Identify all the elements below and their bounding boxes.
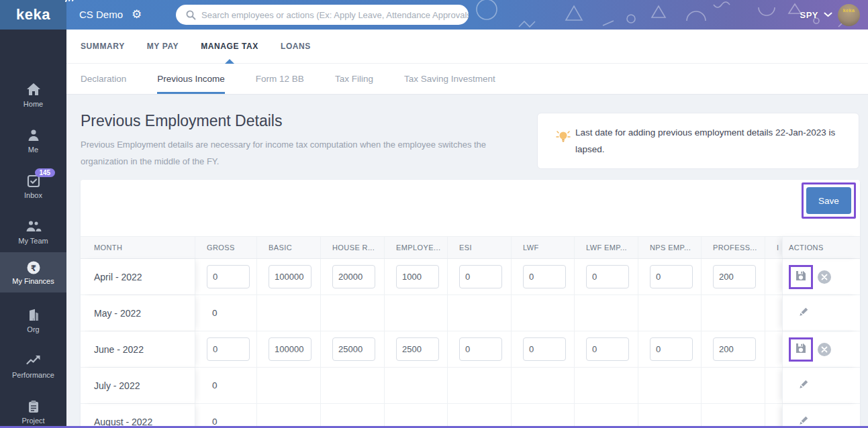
row-edit-button[interactable] <box>798 306 810 320</box>
value-input[interactable] <box>207 337 250 361</box>
value-input[interactable] <box>586 337 629 361</box>
sidebar-item-me[interactable]: Me <box>0 121 66 161</box>
sidebar-item-my-finances[interactable]: ₹My Finances <box>0 252 66 292</box>
sidebar-item-project[interactable]: Project <box>0 392 66 428</box>
value-input[interactable] <box>713 337 756 361</box>
sidebar-item-label: Org <box>27 325 39 333</box>
column-header-basic: BASIC <box>256 237 320 258</box>
page-title: Previous Employment Details <box>81 112 282 130</box>
row-edit-button[interactable] <box>798 378 810 392</box>
value-cell <box>256 295 320 331</box>
value-input[interactable] <box>650 265 693 288</box>
org-icon <box>27 309 40 322</box>
column-header-i: I <box>765 237 782 258</box>
sidebar-item-label: Me <box>28 146 38 154</box>
value-cell <box>638 404 701 428</box>
table-row: June - 2022 <box>81 331 860 368</box>
value-cell <box>256 331 320 367</box>
subtab-declaration[interactable]: Declaration <box>81 64 126 94</box>
truncated-cell <box>765 295 782 331</box>
value-input[interactable] <box>459 337 502 361</box>
tab-summary[interactable]: SUMMARY <box>81 30 125 63</box>
column-header-lwf-emp: LWF EMP... <box>574 237 638 258</box>
month-cell: April - 2022 <box>81 259 195 295</box>
value-cell <box>574 368 638 403</box>
value-cell <box>320 295 384 331</box>
sidebar-item-label: Project <box>21 417 44 425</box>
value-cell <box>320 259 384 295</box>
sidebar-item-performance[interactable]: Performance <box>0 346 66 386</box>
value-input[interactable] <box>650 337 693 361</box>
row-save-button[interactable] <box>789 265 813 289</box>
sidebar-item-inbox[interactable]: 145Inbox <box>0 166 66 207</box>
tab-loans[interactable]: LOANS <box>281 30 311 63</box>
value-input[interactable] <box>332 265 375 288</box>
value-input[interactable] <box>269 265 311 288</box>
subtab-form-12-bb[interactable]: Form 12 BB <box>256 64 304 94</box>
my-finances-icon: ₹ <box>26 260 41 274</box>
value-cell <box>701 404 765 428</box>
settings-gear-icon[interactable]: ⚙ <box>132 7 142 22</box>
tab-my-pay[interactable]: MY PAY <box>147 30 179 63</box>
value-input[interactable] <box>396 337 439 361</box>
inbox-icon: 145 <box>27 174 40 188</box>
username-label: SPY <box>800 10 818 20</box>
value-input[interactable] <box>396 265 439 288</box>
top-header: keka CS Demo ⚙ SPY keka <box>0 0 868 30</box>
value-cell <box>574 259 638 295</box>
value-text: 0 <box>207 417 218 427</box>
value-input[interactable] <box>713 265 756 288</box>
avatar[interactable]: keka <box>838 4 860 26</box>
sidebar-item-label: Inbox <box>24 191 42 199</box>
tab-manage-tax[interactable]: MANAGE TAX <box>201 30 258 63</box>
keka-logo-text: keka <box>16 6 50 23</box>
column-header-gross: GROSS <box>195 237 256 258</box>
value-cell <box>511 404 574 428</box>
subtab-tax-saving-investment[interactable]: Tax Saving Investment <box>404 64 495 94</box>
workspace-name[interactable]: CS Demo <box>79 9 123 20</box>
value-cell <box>447 331 511 367</box>
value-cell <box>256 404 320 428</box>
search-input[interactable] <box>201 10 469 20</box>
user-menu[interactable]: SPY keka <box>800 0 860 30</box>
subtab-tax-filing[interactable]: Tax Filing <box>335 64 373 94</box>
month-cell: June - 2022 <box>81 331 195 367</box>
sidebar-item-home[interactable]: Home <box>0 75 66 115</box>
column-header-profess: PROFESS... <box>701 237 765 258</box>
value-input[interactable] <box>207 265 250 288</box>
value-input[interactable] <box>459 265 502 288</box>
row-cancel-button[interactable] <box>818 343 831 356</box>
value-cell <box>638 368 701 403</box>
value-cell <box>701 259 765 295</box>
sidebar-item-label: Home <box>23 100 43 108</box>
truncated-cell <box>765 404 782 428</box>
value-input[interactable] <box>523 265 566 288</box>
truncated-cell <box>765 259 782 295</box>
sidebar-item-org[interactable]: Org <box>0 301 66 341</box>
sidebar-item-my-team[interactable]: My Team <box>0 212 66 252</box>
inbox-badge: 145 <box>35 168 56 177</box>
save-button-annotation: Save <box>802 182 856 219</box>
value-cell <box>574 295 638 331</box>
keka-logo[interactable]: keka <box>0 0 66 30</box>
value-input[interactable] <box>269 337 311 361</box>
value-input[interactable] <box>523 337 566 361</box>
alert-text: Last date for adding previous employment… <box>575 125 844 158</box>
global-search[interactable] <box>176 5 469 25</box>
value-cell <box>320 331 384 367</box>
row-cancel-button[interactable] <box>818 270 831 284</box>
content-area: Previous Employment Details Previous Emp… <box>66 95 868 428</box>
sub-tabbar: DeclarationPrevious IncomeForm 12 BBTax … <box>66 64 868 95</box>
value-input[interactable] <box>586 265 629 288</box>
subtab-previous-income[interactable]: Previous Income <box>157 64 225 94</box>
save-floppy-icon <box>795 270 807 284</box>
value-cell <box>195 331 256 367</box>
actions-cell <box>782 331 860 367</box>
row-save-button[interactable] <box>789 337 813 362</box>
save-button[interactable]: Save <box>806 187 851 214</box>
value-cell <box>701 331 765 367</box>
actions-cell <box>782 295 860 331</box>
value-cell <box>256 368 320 403</box>
value-input[interactable] <box>332 337 375 361</box>
value-cell <box>447 368 511 403</box>
